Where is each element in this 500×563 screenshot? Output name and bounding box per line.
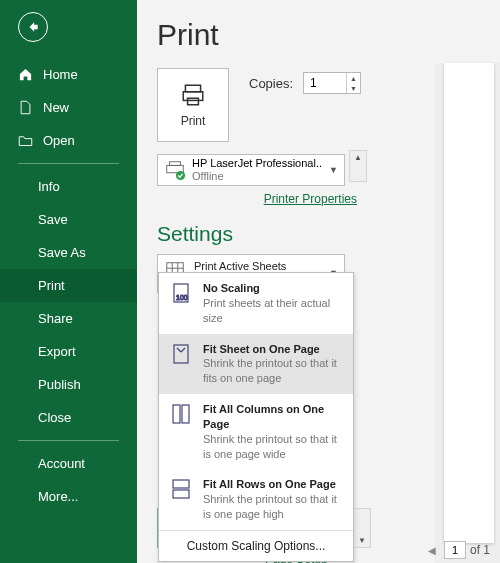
svg-rect-17 xyxy=(182,405,189,423)
sidebar-item-label: Publish xyxy=(38,377,81,392)
svg-rect-15 xyxy=(174,345,188,363)
print-preview-area xyxy=(435,63,500,563)
copies-label: Copies: xyxy=(249,76,293,91)
sidebar-item-home[interactable]: Home xyxy=(0,58,137,91)
scaling-option-no-scaling[interactable]: 100 No Scaling Print sheets at their act… xyxy=(159,273,353,334)
fit-sheet-icon xyxy=(169,342,193,387)
option-title: Fit All Rows on One Page xyxy=(203,477,343,492)
sidebar-item-label: Account xyxy=(38,456,85,471)
printer-status-icon xyxy=(164,159,186,181)
sidebar-item-label: Print xyxy=(38,278,65,293)
scaling-option-fit-sheet[interactable]: Fit Sheet on One Page Shrink the printou… xyxy=(159,334,353,395)
settings-scroll-down[interactable]: ▼ xyxy=(353,508,371,548)
print-button[interactable]: Print xyxy=(157,68,229,142)
sidebar-item-new[interactable]: New xyxy=(0,91,137,124)
custom-scaling-options[interactable]: Custom Scaling Options... xyxy=(159,530,353,561)
page-navigation: ◀ of 1 xyxy=(424,541,490,559)
prev-page-button[interactable]: ◀ xyxy=(424,542,440,558)
sidebar-item-label: More... xyxy=(38,489,78,504)
page-number-input[interactable] xyxy=(444,541,466,559)
backstage-sidebar: Home New Open Info Save Save As Print Sh… xyxy=(0,0,137,563)
chevron-down-icon: ▼ xyxy=(329,165,338,175)
scaling-dropdown: 100 No Scaling Print sheets at their act… xyxy=(158,272,354,562)
option-desc: Shrink the printout so that it is one pa… xyxy=(203,432,343,462)
page-total-label: of 1 xyxy=(470,543,490,557)
printer-status: Offline xyxy=(192,170,323,183)
svg-rect-19 xyxy=(173,490,189,498)
option-title: Fit All Columns on One Page xyxy=(203,402,343,432)
option-desc: Print sheets at their actual size xyxy=(203,296,343,326)
option-desc: Shrink the printout so that it is one pa… xyxy=(203,492,343,522)
sidebar-item-publish[interactable]: Publish xyxy=(0,368,137,401)
svg-rect-4 xyxy=(170,162,181,166)
svg-rect-1 xyxy=(183,92,203,101)
copies-spinner[interactable]: ▲ ▼ xyxy=(303,72,361,94)
printer-icon xyxy=(180,82,206,108)
no-scaling-icon: 100 xyxy=(169,281,193,326)
sidebar-item-more[interactable]: More... xyxy=(0,480,137,513)
option-desc: Shrink the printout so that it fits on o… xyxy=(203,356,343,386)
svg-rect-2 xyxy=(188,98,199,105)
sidebar-separator xyxy=(18,163,119,164)
sidebar-item-account[interactable]: Account xyxy=(0,447,137,480)
copies-input[interactable] xyxy=(304,73,346,93)
sidebar-item-label: Save xyxy=(38,212,68,227)
printer-selector[interactable]: HP LaserJet Professional... Offline ▼ xyxy=(157,154,345,186)
svg-text:100: 100 xyxy=(176,294,188,301)
option-title: No Scaling xyxy=(203,281,343,296)
copies-up[interactable]: ▲ xyxy=(347,73,360,83)
sidebar-item-label: Info xyxy=(38,179,60,194)
sidebar-item-export[interactable]: Export xyxy=(0,335,137,368)
option-title: Fit Sheet on One Page xyxy=(203,342,343,357)
svg-rect-0 xyxy=(185,85,200,92)
sidebar-item-open[interactable]: Open xyxy=(0,124,137,157)
sidebar-item-close[interactable]: Close xyxy=(0,401,137,434)
sidebar-item-label: Share xyxy=(38,311,73,326)
sidebar-item-saveas[interactable]: Save As xyxy=(0,236,137,269)
home-icon xyxy=(18,67,33,82)
printer-name: HP LaserJet Professional... xyxy=(192,157,323,170)
print-button-label: Print xyxy=(181,114,206,128)
svg-rect-18 xyxy=(173,480,189,488)
back-button[interactable] xyxy=(18,12,48,42)
sidebar-item-label: Export xyxy=(38,344,76,359)
fit-columns-icon xyxy=(169,402,193,461)
copies-down[interactable]: ▼ xyxy=(347,83,360,93)
new-file-icon xyxy=(18,100,33,115)
open-folder-icon xyxy=(18,133,33,148)
preview-page xyxy=(444,63,494,543)
sidebar-item-save[interactable]: Save xyxy=(0,203,137,236)
sidebar-item-print[interactable]: Print xyxy=(0,269,137,302)
scaling-option-fit-columns[interactable]: Fit All Columns on One Page Shrink the p… xyxy=(159,394,353,469)
printer-properties-link[interactable]: Printer Properties xyxy=(157,192,357,206)
sidebar-item-share[interactable]: Share xyxy=(0,302,137,335)
sidebar-item-info[interactable]: Info xyxy=(0,170,137,203)
sidebar-item-label: Save As xyxy=(38,245,86,260)
back-arrow-icon xyxy=(26,20,40,34)
sidebar-item-label: Close xyxy=(38,410,71,425)
page-title: Print xyxy=(157,18,500,52)
copies-control: Copies: ▲ ▼ xyxy=(249,72,361,94)
sidebar-separator xyxy=(18,440,119,441)
fit-rows-icon xyxy=(169,477,193,522)
scaling-option-fit-rows[interactable]: Fit All Rows on One Page Shrink the prin… xyxy=(159,469,353,530)
sidebar-item-label: Open xyxy=(43,133,75,148)
sidebar-item-label: New xyxy=(43,100,69,115)
svg-rect-16 xyxy=(173,405,180,423)
sidebar-item-label: Home xyxy=(43,67,78,82)
printer-scroll-up[interactable]: ▲ xyxy=(349,150,367,182)
